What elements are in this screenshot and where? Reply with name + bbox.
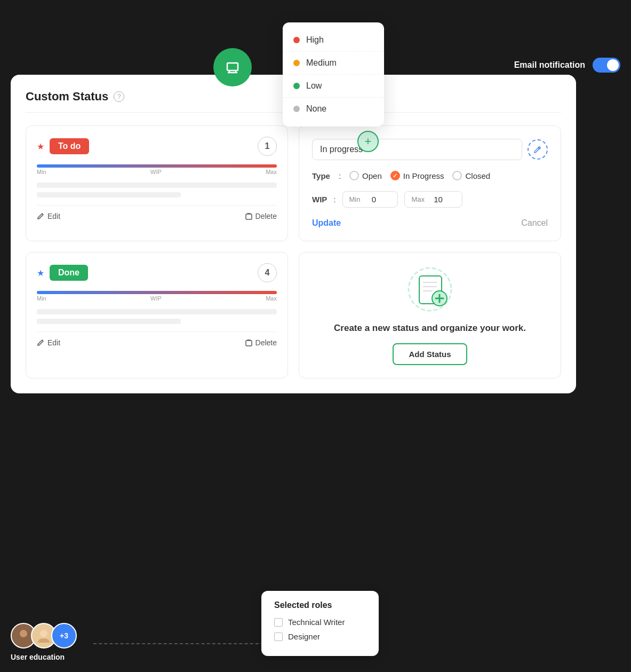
priority-none-label: None xyxy=(306,104,326,114)
done-wip-label: WIP xyxy=(150,295,162,302)
wip-min-input[interactable] xyxy=(364,195,391,204)
priority-low[interactable]: Low xyxy=(283,75,384,98)
placeholder-line-1 xyxy=(37,183,277,188)
add-status-panel: Create a new status and organize your wo… xyxy=(299,252,561,378)
role-technical-writer[interactable]: Technical Writer xyxy=(274,618,366,627)
todo-progress-bar: Min WIP Max xyxy=(37,164,277,175)
done-card-left: ★ Done xyxy=(37,265,88,281)
done-card-footer: Edit Delete xyxy=(37,331,277,347)
wip-colon: : xyxy=(333,195,336,204)
todo-max-label: Max xyxy=(266,169,277,175)
role-designer[interactable]: Designer xyxy=(274,632,366,641)
closed-label: Closed xyxy=(465,171,490,180)
todo-card-header: ★ To do 1 xyxy=(37,137,277,156)
cancel-button[interactable]: Cancel xyxy=(521,218,548,228)
dashed-connector-line xyxy=(93,643,269,644)
open-label: Open xyxy=(362,171,382,180)
done-edit-button[interactable]: Edit xyxy=(37,338,60,347)
done-placeholder-lines xyxy=(37,309,277,324)
card-title: Custom Status xyxy=(26,90,108,104)
type-closed-option[interactable]: Closed xyxy=(452,171,490,180)
edit-actions: Update Cancel xyxy=(312,218,548,228)
high-dot xyxy=(293,37,300,43)
svg-rect-6 xyxy=(246,341,252,346)
todo-wip-label: WIP xyxy=(150,169,162,175)
wip-max-label: Max xyxy=(411,195,425,203)
medium-dot xyxy=(293,60,300,66)
done-card-header: ★ Done 4 xyxy=(37,263,277,282)
todo-badge: To do xyxy=(50,138,89,154)
done-star-icon[interactable]: ★ xyxy=(37,268,44,278)
todo-delete-button[interactable]: Delete xyxy=(245,212,277,220)
none-dot xyxy=(293,106,300,112)
open-radio xyxy=(349,171,359,180)
done-progress-bar: Min WIP Max xyxy=(37,291,277,302)
technical-writer-checkbox[interactable] xyxy=(274,618,283,627)
type-open-option[interactable]: Open xyxy=(349,171,382,180)
done-placeholder-line-2 xyxy=(37,319,181,324)
todo-status-card: ★ To do 1 Min WIP Max xyxy=(26,125,288,241)
done-badge: Done xyxy=(50,265,88,281)
svg-point-15 xyxy=(20,630,27,637)
todo-placeholder-lines xyxy=(37,183,277,197)
email-notification-label: Email notification xyxy=(514,60,585,70)
roles-popup: Selected roles Technical Writer Designer xyxy=(261,591,379,656)
priority-high[interactable]: High xyxy=(283,29,384,52)
designer-label: Designer xyxy=(288,632,320,641)
svg-point-16 xyxy=(40,630,47,637)
wip-min-field: Min xyxy=(342,191,398,208)
type-colon: : xyxy=(339,171,341,180)
edit-icon-button[interactable] xyxy=(528,139,548,160)
status-name-input[interactable] xyxy=(312,139,522,160)
roles-title: Selected roles xyxy=(274,600,366,610)
bottom-section: +3 User education xyxy=(11,623,77,661)
info-icon-label: ? xyxy=(117,93,121,100)
priority-medium-label: Medium xyxy=(306,58,337,68)
type-label: Type xyxy=(312,171,330,180)
todo-min-label: Min xyxy=(37,169,46,175)
avatars-group: +3 xyxy=(11,623,77,649)
wip-row: WIP : Min Max xyxy=(312,191,548,208)
done-max-label: Max xyxy=(266,295,277,302)
email-notification-toggle[interactable] xyxy=(593,58,620,73)
todo-card-left: ★ To do xyxy=(37,138,89,154)
new-item-button[interactable] xyxy=(213,48,252,86)
done-delete-button[interactable]: Delete xyxy=(245,338,277,347)
priority-high-label: High xyxy=(306,35,324,45)
toggle-knob xyxy=(607,59,619,71)
priority-low-label: Low xyxy=(306,81,322,91)
email-notification-bar: Email notification xyxy=(514,58,620,73)
low-dot xyxy=(293,83,300,89)
placeholder-line-2 xyxy=(37,192,181,197)
svg-rect-4 xyxy=(246,214,252,219)
designer-checkbox[interactable] xyxy=(274,633,283,641)
todo-edit-button[interactable]: Edit xyxy=(37,212,60,220)
wip-min-label: Min xyxy=(349,195,361,203)
wip-max-input[interactable] xyxy=(429,195,456,204)
done-placeholder-line-1 xyxy=(37,309,277,314)
done-status-card: ★ Done 4 Min WIP Max xyxy=(26,252,288,378)
done-min-label: Min xyxy=(37,295,46,302)
type-in-progress-option[interactable]: In Progress xyxy=(390,171,444,180)
add-status-illustration xyxy=(406,265,454,313)
done-count-badge: 4 xyxy=(258,263,277,282)
edit-input-row xyxy=(312,139,548,160)
priority-medium[interactable]: Medium xyxy=(283,52,384,75)
avatar-plus-count[interactable]: +3 xyxy=(51,623,77,649)
todo-count-badge: 1 xyxy=(258,137,277,156)
priority-none[interactable]: None xyxy=(283,98,384,120)
user-education-label: User education xyxy=(11,653,77,661)
plus-circle-button[interactable]: + xyxy=(357,131,379,152)
update-button[interactable]: Update xyxy=(312,218,341,228)
priority-dropdown: High Medium Low None xyxy=(283,22,384,127)
todo-star-icon[interactable]: ★ xyxy=(37,141,44,152)
edit-panel: Type : Open In Progress Closed WIP : xyxy=(299,125,561,241)
add-status-button[interactable]: Add Status xyxy=(393,343,467,365)
technical-writer-label: Technical Writer xyxy=(288,618,345,627)
wip-label: WIP xyxy=(312,195,327,204)
in-progress-radio xyxy=(390,171,400,180)
in-progress-label: In Progress xyxy=(403,171,444,180)
avatars-section: +3 User education xyxy=(11,623,77,661)
type-row: Type : Open In Progress Closed xyxy=(312,171,548,180)
info-icon[interactable]: ? xyxy=(114,91,124,102)
